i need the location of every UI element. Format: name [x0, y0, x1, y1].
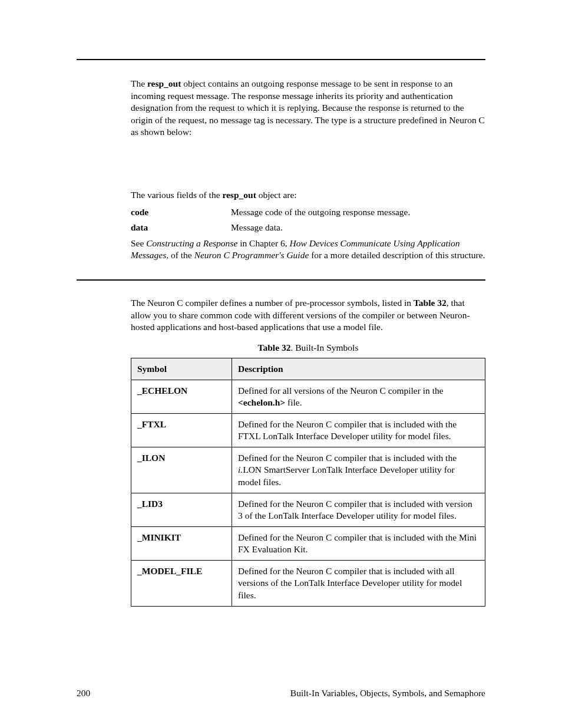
field-desc: Message data.: [231, 222, 485, 234]
field-row: code Message code of the outgoing respon…: [131, 206, 485, 219]
intro-paragraph: The resp_out object contains an outgoing…: [131, 78, 485, 139]
footer-title: Built-In Variables, Objects, Symbols, an…: [290, 688, 485, 699]
section-symbols: The Neuron C compiler defines a number o…: [131, 297, 485, 607]
field-term-data: data: [131, 222, 231, 234]
text: object are:: [256, 190, 297, 200]
term-resp-out: resp_out: [147, 78, 181, 88]
table-title: . Built-In Symbols: [290, 342, 358, 353]
symbol-name: _ECHELON: [131, 380, 232, 413]
ref-table-32: Table 32: [414, 298, 447, 308]
table-number: Table 32: [258, 342, 291, 353]
symbol-desc: Defined for the Neuron C compiler that i…: [232, 493, 485, 526]
term-resp-out: resp_out: [222, 190, 256, 200]
text: See: [131, 238, 146, 248]
symbol-desc: Defined for all versions of the Neuron C…: [232, 380, 485, 413]
section-divider-mid: [77, 279, 485, 281]
italic-prefix: i.: [238, 465, 243, 475]
ref-constructing-response: Constructing a Response: [146, 238, 237, 248]
text: in Chapter 6,: [237, 238, 289, 248]
text: object contains an outgoing response mes…: [131, 78, 485, 137]
symbols-table: Symbol Description _ECHELON Defined for …: [131, 358, 485, 607]
table-row: _ILON Defined for the Neuron C compiler …: [131, 447, 485, 493]
text: Defined for all versions of the Neuron C…: [238, 386, 444, 396]
see-also-paragraph: See Constructing a Response in Chapter 6…: [131, 238, 485, 262]
table-header-row: Symbol Description: [131, 358, 485, 380]
symbol-desc: Defined for the Neuron C compiler that i…: [232, 447, 485, 493]
text: of the: [168, 250, 194, 260]
symbol-desc: Defined for the Neuron C compiler that i…: [232, 413, 485, 447]
symbol-name: _FTXL: [131, 413, 232, 447]
text: Defined for the Neuron C compiler that i…: [238, 453, 457, 463]
table-row: _MINIKIT Defined for the Neuron C compil…: [131, 526, 485, 560]
symbol-name: _ILON: [131, 447, 232, 493]
field-row: data Message data.: [131, 222, 485, 234]
section-divider-top: [77, 59, 485, 60]
table-row: _MODEL_FILE Defined for the Neuron C com…: [131, 561, 485, 606]
text: The Neuron C compiler defines a number o…: [131, 298, 414, 308]
filename: <echelon.h>: [238, 397, 285, 407]
header-symbol: Symbol: [131, 358, 232, 380]
text: The: [131, 78, 147, 88]
page-number: 200: [77, 688, 90, 699]
table-row: _ECHELON Defined for all versions of the…: [131, 380, 485, 413]
field-term-code: code: [131, 206, 231, 219]
text: file.: [285, 397, 302, 407]
text: for a more detailed description of this …: [309, 250, 485, 260]
fields-intro: The various fields of the resp_out objec…: [131, 189, 485, 202]
symbol-name: _MINIKIT: [131, 526, 232, 560]
symbol-desc: Defined for the Neuron C compiler that i…: [232, 561, 485, 606]
table-caption: Table 32. Built-In Symbols: [131, 342, 485, 354]
symbol-name: _MODEL_FILE: [131, 561, 232, 606]
text: The various fields of the: [131, 190, 222, 200]
page-footer: 200 Built-In Variables, Objects, Symbols…: [77, 688, 485, 699]
symbol-name: _LID3: [131, 493, 232, 526]
table-row: _LID3 Defined for the Neuron C compiler …: [131, 493, 485, 526]
field-desc: Message code of the outgoing response me…: [231, 206, 485, 219]
page: The resp_out object contains an outgoing…: [0, 0, 562, 728]
code-placeholder-gap: [131, 144, 485, 189]
section-resp-out: The resp_out object contains an outgoing…: [131, 78, 485, 262]
symbol-desc: Defined for the Neuron C compiler that i…: [232, 526, 485, 560]
text: LON SmartServer LonTalk Interface Develo…: [238, 465, 455, 486]
symbols-intro-paragraph: The Neuron C compiler defines a number o…: [131, 297, 485, 334]
table-row: _FTXL Defined for the Neuron C compiler …: [131, 413, 485, 447]
header-description: Description: [232, 358, 485, 380]
ref-guide-title: Neuron C Programmer's Guide: [194, 250, 309, 260]
